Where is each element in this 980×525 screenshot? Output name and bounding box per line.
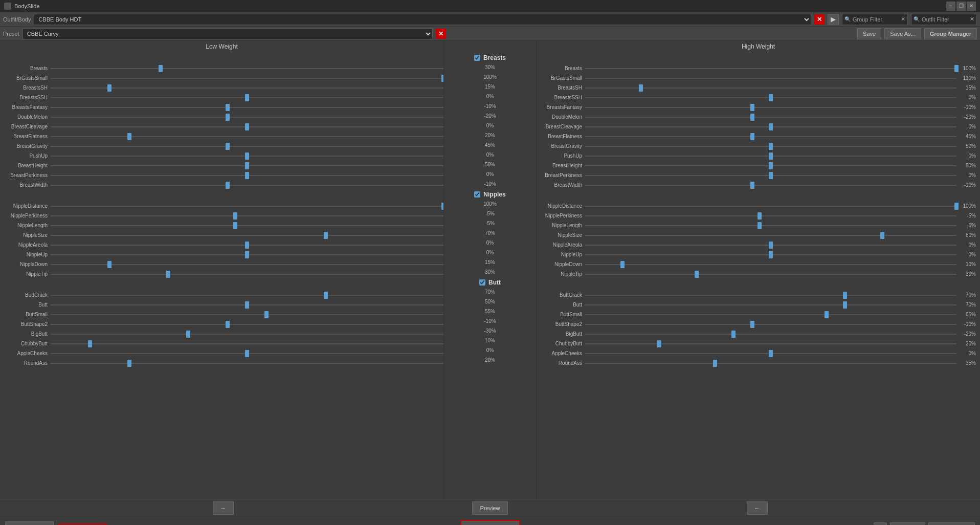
- slider-track[interactable]: [51, 136, 443, 137]
- info-button[interactable]: ℹ: [874, 522, 887, 526]
- save-button[interactable]: Save: [857, 28, 881, 39]
- slider-track[interactable]: [51, 97, 443, 98]
- slider-track[interactable]: [51, 254, 443, 255]
- slider-thumb[interactable]: [233, 212, 237, 220]
- slider-thumb[interactable]: [750, 133, 754, 140]
- slider-thumb[interactable]: [245, 301, 249, 309]
- slider-track[interactable]: [51, 88, 443, 89]
- slider-thumb[interactable]: [166, 271, 170, 278]
- slider-track[interactable]: [585, 117, 956, 118]
- slider-track[interactable]: [585, 136, 956, 137]
- slider-thumb[interactable]: [226, 114, 230, 121]
- slider-track[interactable]: [51, 343, 443, 344]
- slider-thumb[interactable]: [769, 143, 773, 150]
- slider-thumb[interactable]: [107, 261, 112, 268]
- group-checkbox-butt[interactable]: [479, 279, 485, 286]
- slider-track[interactable]: [585, 165, 956, 166]
- slider-track[interactable]: [585, 295, 956, 296]
- outfit-combo[interactable]: CBBE Body HDT: [34, 14, 811, 25]
- slider-track[interactable]: [585, 156, 956, 157]
- slider-thumb[interactable]: [245, 251, 249, 258]
- slider-track[interactable]: [585, 126, 956, 127]
- outfit-clear-button[interactable]: ✕: [814, 14, 825, 25]
- slider-thumb[interactable]: [769, 172, 773, 179]
- slider-thumb[interactable]: [880, 232, 884, 239]
- slider-track[interactable]: [585, 245, 956, 246]
- slider-thumb[interactable]: [750, 182, 754, 189]
- slider-track[interactable]: [585, 97, 956, 98]
- slider-thumb[interactable]: [639, 84, 643, 92]
- slider-track[interactable]: [585, 254, 956, 255]
- slider-thumb[interactable]: [758, 212, 762, 220]
- slider-thumb[interactable]: [264, 311, 269, 318]
- slider-thumb[interactable]: [769, 162, 773, 169]
- slider-thumb[interactable]: [127, 360, 131, 367]
- slider-thumb[interactable]: [245, 242, 249, 249]
- outfit-nav-button[interactable]: ▶: [828, 14, 839, 25]
- slider-track[interactable]: [51, 117, 443, 118]
- slider-thumb[interactable]: [769, 242, 773, 249]
- slider-track[interactable]: [585, 206, 956, 207]
- slider-thumb[interactable]: [657, 340, 661, 347]
- slider-thumb[interactable]: [226, 182, 230, 189]
- slider-track[interactable]: [585, 334, 956, 335]
- group-filter-clear[interactable]: ✕: [901, 16, 905, 23]
- slider-track[interactable]: [51, 295, 443, 296]
- outfit-filter-input[interactable]: [922, 16, 968, 23]
- slider-thumb[interactable]: [769, 94, 773, 101]
- slider-thumb[interactable]: [825, 311, 829, 318]
- slider-thumb[interactable]: [233, 222, 237, 229]
- slider-thumb[interactable]: [954, 203, 959, 210]
- slider-track[interactable]: [51, 126, 443, 127]
- slider-track[interactable]: [51, 225, 443, 226]
- group-filter-input[interactable]: [853, 16, 899, 23]
- slider-thumb[interactable]: [226, 143, 230, 150]
- slider-track[interactable]: [51, 156, 443, 157]
- slider-thumb[interactable]: [226, 321, 230, 328]
- slider-track[interactable]: [585, 225, 956, 226]
- slider-track[interactable]: [585, 264, 956, 265]
- slider-track[interactable]: [585, 146, 956, 147]
- slider-thumb[interactable]: [245, 350, 249, 357]
- slider-track[interactable]: [51, 107, 443, 108]
- slider-track[interactable]: [51, 165, 443, 166]
- slider-thumb[interactable]: [769, 123, 773, 130]
- slider-track[interactable]: [585, 215, 956, 216]
- group-checkbox-nipples[interactable]: [474, 191, 480, 198]
- slider-thumb[interactable]: [695, 271, 699, 278]
- slider-track[interactable]: [51, 324, 443, 325]
- arrow-right-button[interactable]: →: [213, 501, 234, 515]
- slider-thumb[interactable]: [769, 350, 773, 357]
- slider-track[interactable]: [585, 235, 956, 236]
- slider-thumb[interactable]: [245, 123, 249, 130]
- slider-thumb[interactable]: [750, 114, 754, 121]
- slider-track[interactable]: [51, 334, 443, 335]
- slider-thumb[interactable]: [769, 152, 773, 160]
- slider-thumb[interactable]: [245, 162, 249, 169]
- slider-track[interactable]: [51, 68, 443, 69]
- slider-track[interactable]: [51, 215, 443, 216]
- slider-thumb[interactable]: [713, 360, 717, 367]
- slider-thumb[interactable]: [769, 251, 773, 258]
- slider-track[interactable]: [51, 146, 443, 147]
- slider-track[interactable]: [51, 175, 443, 176]
- close-button[interactable]: ✕: [967, 2, 976, 11]
- slider-track[interactable]: [51, 206, 443, 207]
- slider-thumb[interactable]: [324, 292, 328, 299]
- group-manager-button[interactable]: Group Manager: [924, 28, 977, 39]
- slider-track[interactable]: [585, 363, 956, 364]
- slider-track[interactable]: [585, 304, 956, 305]
- slider-thumb[interactable]: [245, 152, 249, 160]
- slider-track[interactable]: [51, 235, 443, 236]
- slider-track[interactable]: [51, 314, 443, 315]
- outfit-filter-clear[interactable]: ✕: [970, 16, 974, 23]
- preset-clear-button[interactable]: ✕: [436, 29, 446, 39]
- slider-thumb[interactable]: [245, 94, 249, 101]
- slider-track[interactable]: [585, 185, 956, 186]
- slider-thumb[interactable]: [731, 331, 736, 338]
- slider-thumb[interactable]: [88, 340, 92, 347]
- slider-thumb[interactable]: [324, 232, 328, 239]
- slider-track[interactable]: [51, 264, 443, 265]
- slider-track[interactable]: [585, 353, 956, 354]
- slider-track[interactable]: [51, 245, 443, 246]
